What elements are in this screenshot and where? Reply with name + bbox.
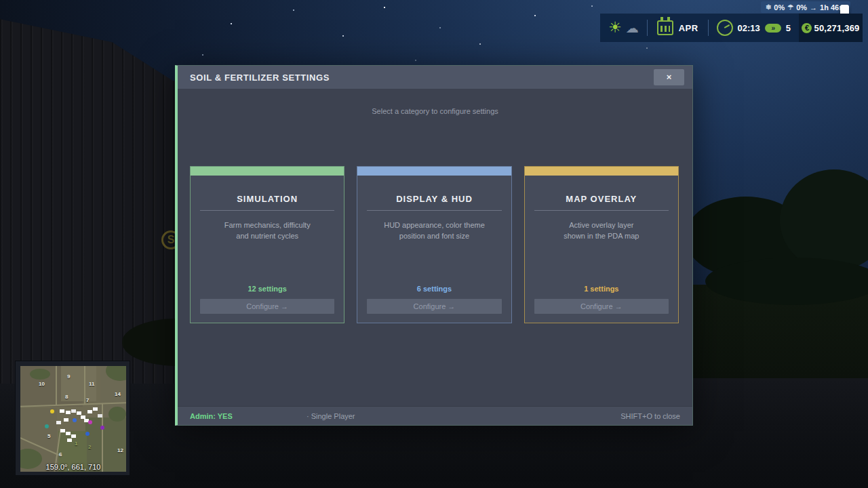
stars (0, 0, 1, 1)
sun-icon: ☀ (608, 20, 622, 35)
map-marker (100, 426, 104, 430)
card-accent-bar (525, 167, 678, 176)
settings-card-display-hud[interactable]: DISPLAY & HUD HUD appearance, color them… (357, 166, 511, 323)
configure-button[interactable]: Configure → (367, 299, 501, 314)
card-description: Farm mechanics, difficulty and nutrient … (224, 220, 311, 241)
soil-fertilizer-settings-dialog: SOIL & FERTILIZER SETTINGS × Select a ca… (175, 65, 693, 426)
map-marker (45, 424, 49, 428)
dialog-subtitle: Select a category to configure settings (178, 107, 692, 115)
map-marker (50, 409, 54, 413)
cloud-icon: ☁ (626, 22, 639, 35)
card-description-line: and nutrient cycles (236, 232, 298, 240)
fast-forward-icon: ›› (771, 24, 774, 32)
weather-section: ☀ ☁ (600, 20, 647, 35)
minimap-field-label: 11 (89, 381, 94, 387)
card-description: Active overlay layer shown in the PDA ma… (564, 220, 639, 241)
map-road (102, 404, 103, 472)
money-value: 50,271,369 (814, 23, 859, 33)
time-scale-value: 5 (786, 23, 791, 33)
card-title: MAP OVERLAY (566, 194, 637, 204)
card-description-line: position and font size (399, 232, 469, 240)
card-title: DISPLAY & HUD (396, 194, 473, 204)
minimap-field-label: 10 (39, 381, 45, 387)
card-settings-count: 12 settings (191, 285, 344, 293)
map-buildings (60, 409, 64, 413)
minimap-field-label: 2 (88, 444, 91, 450)
divider (367, 210, 501, 211)
time-scale-pill: ›› (765, 24, 781, 33)
money-panel: € 50,271,369 (799, 14, 863, 42)
player-coordinates: 159.0°, 661, 710 (20, 463, 126, 471)
dialog-body: Select a category to configure settings … (178, 89, 692, 406)
currency-icon: € (802, 23, 812, 33)
card-settings-count: 1 settings (525, 285, 678, 293)
minimap-field-label: 1 (75, 441, 77, 447)
card-description-line: Farm mechanics, difficulty (224, 221, 311, 229)
time-label: 02:13 (738, 23, 760, 33)
dialog-footer: Admin: YES · Single Player SHIFT+O to cl… (178, 406, 692, 425)
calendar-icon (657, 20, 673, 35)
rain-chance: 0% (796, 3, 807, 12)
rain-icon: ☂ (787, 3, 793, 11)
hud-bar: ☀ ☁ APR 02:13 ›› 5 € 50,271,369 (600, 14, 863, 42)
settings-card-simulation[interactable]: SIMULATION Farm mechanics, difficulty an… (190, 166, 344, 323)
snow-icon: ❄ (766, 3, 771, 11)
configure-button[interactable]: Configure → (534, 299, 669, 314)
map-marker (88, 420, 92, 424)
arrow-right-icon: → (810, 3, 817, 12)
minimap-field-label: 6 (59, 451, 62, 458)
divider (200, 210, 334, 211)
map-marker (85, 432, 90, 436)
map-road (56, 366, 57, 405)
clock-icon (717, 20, 733, 36)
card-description-line: HUD appearance, color theme (384, 221, 485, 229)
weather-forecast: ❄ 0% ☂ 0% → 1h 46m (761, 1, 850, 13)
map-road (84, 366, 85, 404)
minimap-field-label: 7 (86, 397, 89, 403)
minimap-field-label: 14 (115, 391, 121, 397)
dialog-title-bar: SOIL & FERTILIZER SETTINGS × (178, 66, 692, 89)
minimap-map: 910111487561212 159.0°, 661, 710 (20, 366, 126, 472)
close-button[interactable]: × (654, 69, 684, 85)
minimap-field-label: 8 (65, 394, 68, 400)
category-cards: SIMULATION Farm mechanics, difficulty an… (190, 166, 679, 323)
card-accent-bar (191, 167, 344, 176)
divider (534, 210, 669, 211)
card-accent-bar (357, 167, 511, 176)
snow-chance: 0% (774, 3, 785, 12)
admin-status: Admin: YES (190, 412, 233, 420)
map-trees (30, 369, 50, 380)
minimap: 910111487561212 159.0°, 661, 710 (15, 361, 130, 476)
settings-card-map-overlay[interactable]: MAP OVERLAY Active overlay layer shown i… (524, 166, 679, 323)
configure-button[interactable]: Configure → (200, 299, 334, 314)
card-description-line: shown in the PDA map (564, 232, 639, 240)
card-description-line: Active overlay layer (569, 221, 633, 229)
dialog-title: SOIL & FERTILIZER SETTINGS (190, 73, 330, 83)
map-trees (108, 407, 126, 422)
month-label: APR (679, 23, 698, 33)
time-section: 02:13 ›› 5 (709, 20, 799, 36)
card-settings-count: 6 settings (357, 285, 511, 293)
card-title: SIMULATION (237, 194, 298, 204)
minimap-field-label: 12 (117, 447, 123, 453)
date-section: APR (648, 20, 708, 35)
close-shortcut-hint: SHIFT+O to close (620, 412, 680, 420)
game-mode-label: · Single Player (307, 412, 355, 420)
minimap-field-label: 9 (67, 373, 70, 380)
map-marker (73, 418, 77, 422)
card-description: HUD appearance, color theme position and… (384, 220, 485, 241)
minimap-field-label: 5 (47, 433, 50, 439)
